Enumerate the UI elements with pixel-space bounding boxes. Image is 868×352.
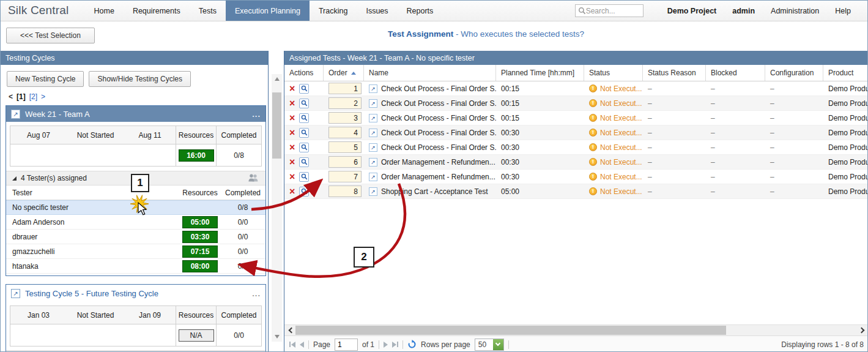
open-test-icon[interactable]: ↗ (369, 84, 377, 93)
nav-item[interactable]: Home (85, 1, 124, 21)
test-name[interactable]: Order Management - Refundmen... (381, 158, 495, 167)
cycles-pager-page-2[interactable]: [2] (29, 92, 37, 101)
search-input[interactable] (586, 7, 637, 15)
open-test-icon[interactable]: ↗ (369, 173, 377, 181)
open-test-icon[interactable]: ↗ (369, 187, 377, 196)
nav-item[interactable]: Execution Planning (226, 1, 310, 21)
refresh-icon[interactable] (407, 340, 417, 349)
test-row[interactable]: × ↗Check Out Process - Final Order S... … (284, 96, 868, 111)
test-name[interactable]: Check Out Process - Final Order S... (381, 99, 496, 108)
nav-item[interactable]: Requirements (124, 1, 190, 21)
order-input[interactable] (328, 185, 362, 197)
order-input[interactable] (328, 112, 362, 124)
open-test-icon[interactable]: ↗ (369, 158, 377, 167)
test-name[interactable]: Order Management - Refundmen... (381, 173, 495, 181)
column-header-blocked[interactable]: Blocked (706, 65, 765, 81)
test-row[interactable]: × ↗Check Out Process - Final Order S... … (284, 140, 868, 155)
inspect-test-icon[interactable] (299, 157, 309, 167)
new-testing-cycle-button[interactable]: New Testing Cycle (7, 71, 84, 87)
dropdown-button[interactable] (493, 339, 503, 350)
horizontal-scrollbar[interactable] (284, 324, 868, 335)
order-input[interactable] (328, 171, 362, 182)
inspect-test-icon[interactable] (299, 99, 309, 108)
first-page-button[interactable] (289, 342, 295, 348)
horizontal-scrollbar-thumb[interactable] (295, 326, 726, 335)
remove-test-icon[interactable]: × (289, 84, 295, 93)
nav-item[interactable]: Reports (398, 1, 443, 21)
open-test-icon[interactable]: ↗ (369, 114, 377, 122)
open-cycle-icon[interactable]: ↗ (11, 110, 20, 119)
tester-row[interactable]: No specific tester 0/8 (6, 200, 265, 215)
test-name[interactable]: Check Out Process - Final Order S... (381, 143, 496, 152)
test-name[interactable]: Check Out Process - Final Order S... (381, 129, 496, 137)
column-header-name[interactable]: Name (364, 65, 496, 81)
vertical-scrollbar-thumb[interactable] (272, 92, 281, 159)
column-header-product[interactable]: Product (823, 65, 868, 81)
column-header-configuration[interactable]: Configuration (765, 65, 823, 81)
nav-item[interactable]: Tests (190, 1, 226, 21)
testers-assigned-header[interactable]: 4 Tester(s) assigned (6, 171, 265, 185)
remove-test-icon[interactable]: × (289, 143, 295, 152)
project-selector[interactable]: Demo Project (659, 7, 725, 15)
collapse-triangle-icon[interactable] (12, 176, 17, 181)
help-link[interactable]: Help (827, 7, 859, 15)
open-cycle-icon[interactable]: ↗ (11, 289, 20, 298)
open-test-icon[interactable]: ↗ (369, 99, 377, 108)
remove-test-icon[interactable]: × (289, 173, 295, 181)
order-input[interactable] (328, 127, 362, 138)
remove-test-icon[interactable]: × (289, 187, 295, 196)
remove-test-icon[interactable]: × (289, 129, 295, 137)
remove-test-icon[interactable]: × (289, 99, 295, 108)
cycles-pager-page-1[interactable]: [1] (17, 92, 26, 101)
order-input[interactable] (328, 97, 362, 109)
test-name[interactable]: Check Out Process - Final Order S... (381, 114, 496, 122)
scroll-left-button[interactable] (286, 325, 295, 335)
next-page-button[interactable] (384, 342, 388, 348)
test-row[interactable]: × ↗Check Out Process - Final Order S... … (284, 111, 868, 125)
order-input[interactable] (328, 156, 362, 168)
order-input[interactable] (328, 83, 362, 94)
search-box[interactable] (575, 4, 644, 17)
inspect-test-icon[interactable] (299, 113, 309, 123)
column-header-actions[interactable]: Actions (284, 65, 324, 81)
inspect-test-icon[interactable] (299, 187, 309, 197)
administration-link[interactable]: Administration (763, 7, 827, 15)
user-menu[interactable]: admin (724, 7, 763, 15)
order-input[interactable] (328, 141, 362, 153)
cycles-pager-next[interactable]: > (41, 92, 45, 101)
cycle-menu-button[interactable]: ... (252, 289, 261, 298)
column-header-status-reason[interactable]: Status Reason (643, 65, 706, 81)
vertical-scrollbar[interactable] (272, 74, 282, 342)
test-row[interactable]: × ↗Check Out Process - Final Order S... … (284, 81, 868, 96)
last-page-button[interactable] (392, 342, 398, 348)
cycle-card-header[interactable]: ↗ Testing Cycle 5 - Future Testing Cycle… (6, 285, 265, 302)
test-selection-button[interactable]: <<< Test Selection (6, 28, 95, 43)
column-header-planned-time[interactable]: Planned Time [hh:mm] (496, 65, 584, 81)
previous-page-button[interactable] (300, 342, 304, 348)
nav-item[interactable]: Issues (357, 1, 397, 21)
test-row[interactable]: × ↗Order Management - Refundmen... 00:30… (284, 155, 868, 170)
remove-test-icon[interactable]: × (289, 158, 295, 167)
tester-row[interactable]: htanaka 08:00 0/0 (6, 259, 265, 274)
column-header-status[interactable]: Status (584, 65, 643, 81)
test-row[interactable]: × ↗Check Out Process - Final Order S... … (284, 125, 868, 140)
show-hide-testing-cycles-button[interactable]: Show/Hide Testing Cycles (89, 71, 191, 87)
scroll-up-button[interactable] (272, 74, 282, 84)
nav-item[interactable]: Tracking (310, 1, 357, 21)
column-header-order[interactable]: Order (324, 65, 364, 81)
inspect-test-icon[interactable] (299, 172, 309, 182)
inspect-test-icon[interactable] (299, 143, 309, 152)
rows-per-page-select[interactable]: 50 (475, 339, 504, 351)
cycle-card-header[interactable]: ↗ Week 21 - Team A ... (6, 106, 265, 122)
scroll-down-button[interactable] (272, 332, 282, 342)
tester-row[interactable]: gmazzuchelli 07:15 0/0 (6, 244, 265, 259)
test-name[interactable]: Shopping Cart - Acceptance Test (381, 187, 488, 196)
cycle-menu-button[interactable]: ... (252, 110, 261, 119)
tester-row[interactable]: dbrauer 03:30 0/0 (6, 230, 265, 244)
tester-row[interactable]: Adam Anderson 05:00 0/0 (6, 215, 265, 230)
open-test-icon[interactable]: ↗ (369, 129, 377, 137)
remove-test-icon[interactable]: × (289, 114, 295, 122)
open-test-icon[interactable]: ↗ (369, 143, 377, 152)
scroll-right-button[interactable] (858, 325, 867, 335)
test-row[interactable]: × ↗Order Management - Refundmen... 00:30… (284, 170, 868, 184)
